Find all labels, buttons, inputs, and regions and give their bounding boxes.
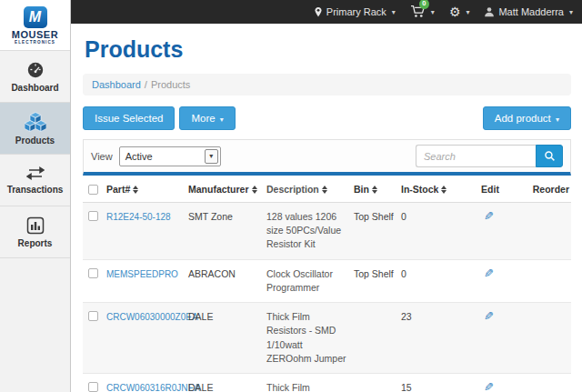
part-number-link[interactable]: CRCW060316R0JNEA bbox=[106, 383, 200, 392]
search-group bbox=[416, 145, 563, 167]
column-header-label: Manufacturer bbox=[188, 184, 249, 195]
dashboard-gauge-icon bbox=[26, 61, 45, 79]
chevron-down-icon: ▾ bbox=[569, 8, 573, 16]
filter-bar: View Active ▾ bbox=[83, 139, 571, 176]
column-header-label: Part# bbox=[106, 184, 130, 195]
column-header-label: In-Stock bbox=[401, 184, 438, 195]
cart-menu[interactable]: 0 ▾ bbox=[410, 5, 435, 20]
gear-icon: ⚙ bbox=[449, 5, 461, 18]
description-cell: 128 values 1206 size 50PCs/Value Resisto… bbox=[266, 203, 354, 259]
column-header-edit: Edit bbox=[454, 184, 527, 195]
row-checkbox[interactable] bbox=[88, 268, 98, 278]
description-cell: Clock Oscillator Programmer bbox=[266, 260, 354, 302]
page-title: Products bbox=[85, 36, 571, 63]
sidebar-item-label: Reports bbox=[18, 238, 53, 248]
mouser-logo-title: MOUSER bbox=[12, 30, 58, 40]
view-select[interactable]: Active ▾ bbox=[119, 146, 221, 166]
breadcrumb-dashboard-link[interactable]: Dashboard bbox=[92, 79, 141, 90]
chevron-down-icon: ▾ bbox=[431, 8, 435, 16]
view-select-value: Active bbox=[125, 151, 153, 162]
reorder-cell bbox=[527, 303, 571, 373]
chevron-down-icon: ▾ bbox=[220, 116, 224, 124]
location-selector[interactable]: Primary Rack ▾ bbox=[314, 6, 396, 18]
sidebar-item-dashboard[interactable]: Dashboard bbox=[0, 51, 70, 103]
column-header-instock[interactable]: In-Stock bbox=[401, 184, 454, 195]
reorder-cell bbox=[527, 203, 571, 259]
manufacturer-cell: DALE bbox=[188, 303, 266, 373]
transfer-arrows-icon bbox=[26, 166, 45, 181]
select-all-checkbox[interactable] bbox=[88, 185, 98, 195]
view-label: View bbox=[91, 151, 113, 162]
row-checkbox[interactable] bbox=[88, 211, 98, 221]
part-number-link[interactable]: CRCW06030000Z0EA bbox=[106, 312, 198, 322]
sidebar-item-label: Products bbox=[15, 136, 55, 146]
search-button[interactable] bbox=[536, 145, 563, 167]
sidebar-item-products[interactable]: Products bbox=[0, 103, 70, 155]
row-checkbox[interactable] bbox=[88, 311, 98, 321]
user-icon bbox=[484, 6, 495, 17]
table-row: CRCW060316R0JNEA DALE Thick Film Resisto… bbox=[83, 374, 571, 392]
description-cell: Thick Film Resistors - SMD 1/10watt 16oh… bbox=[266, 374, 354, 392]
chevron-down-icon: ▾ bbox=[556, 116, 559, 124]
bar-chart-icon bbox=[26, 216, 45, 235]
column-header-reorder: Reorder bbox=[527, 184, 571, 195]
in-stock-cell: 23 bbox=[401, 303, 454, 373]
column-header-part[interactable]: Part# bbox=[106, 184, 188, 195]
search-input[interactable] bbox=[416, 145, 536, 167]
manufacturer-cell: DALE bbox=[188, 374, 266, 392]
settings-menu[interactable]: ⚙ ▾ bbox=[449, 5, 470, 18]
breadcrumb-current: Products bbox=[151, 79, 190, 90]
column-header-bin[interactable]: Bin bbox=[354, 184, 401, 195]
bin-cell bbox=[354, 303, 401, 373]
bin-cell: Top Shelf bbox=[354, 203, 401, 259]
issue-selected-label: Issue Selected bbox=[95, 113, 163, 124]
mouser-logo-mark: M bbox=[24, 6, 47, 28]
row-checkbox[interactable] bbox=[88, 382, 98, 392]
table-row: R12E24-50-128 SMT Zone 128 values 1206 s… bbox=[83, 203, 571, 260]
column-header-description[interactable]: Description bbox=[266, 184, 354, 195]
chevron-down-icon: ▾ bbox=[392, 8, 396, 16]
user-menu[interactable]: Matt Madderra ▾ bbox=[484, 6, 573, 17]
table-header-row: Part# Manufacturer Description Bin In-St… bbox=[83, 176, 571, 203]
main-content: Products Dashboard/Products Issue Select… bbox=[72, 24, 582, 392]
sidebar: M MOUSER ELECTRONICS Dashboard bbox=[0, 0, 71, 392]
app-window: Primary Rack ▾ 0 ▾ ⚙ ▾ Matt Madderr bbox=[0, 0, 582, 392]
add-product-button[interactable]: Add product ▾ bbox=[483, 106, 571, 130]
add-product-label: Add product bbox=[495, 113, 551, 124]
user-name: Matt Madderra bbox=[498, 6, 564, 17]
manufacturer-cell: ABRACON bbox=[188, 260, 266, 302]
edit-pencil-icon[interactable]: ✎ bbox=[484, 267, 494, 279]
column-header-label: Description bbox=[266, 184, 319, 195]
part-number-link[interactable]: R12E24-50-128 bbox=[106, 212, 171, 222]
in-stock-cell: 15 bbox=[401, 374, 454, 392]
sort-arrows-icon bbox=[133, 186, 138, 194]
sidebar-item-transactions[interactable]: Transactions bbox=[0, 155, 70, 206]
search-icon bbox=[544, 150, 556, 162]
part-number-link[interactable]: MEMSPEEDPRO bbox=[106, 269, 178, 279]
table-body: R12E24-50-128 SMT Zone 128 values 1206 s… bbox=[83, 203, 571, 392]
in-stock-cell: 0 bbox=[401, 203, 454, 259]
mouser-logo: M MOUSER ELECTRONICS bbox=[0, 0, 70, 51]
breadcrumb-separator: / bbox=[145, 79, 147, 90]
edit-pencil-icon[interactable]: ✎ bbox=[484, 210, 494, 222]
sort-arrows-icon bbox=[441, 186, 447, 194]
description-cell: Thick Film Resistors - SMD 1/10watt ZERO… bbox=[266, 303, 354, 373]
column-header-label: Edit bbox=[481, 184, 499, 195]
breadcrumb: Dashboard/Products bbox=[83, 74, 571, 95]
more-button[interactable]: More ▾ bbox=[179, 106, 235, 130]
chevron-down-icon: ▾ bbox=[466, 8, 469, 16]
edit-pencil-icon[interactable]: ✎ bbox=[484, 310, 494, 322]
column-header-label: Bin bbox=[354, 184, 369, 195]
edit-pencil-icon[interactable]: ✎ bbox=[484, 381, 494, 392]
issue-selected-button[interactable]: Issue Selected bbox=[83, 106, 175, 130]
manufacturer-cell: SMT Zone bbox=[188, 203, 266, 259]
sort-arrows-icon bbox=[252, 186, 257, 194]
column-header-manufacturer[interactable]: Manufacturer bbox=[188, 184, 266, 195]
sidebar-item-reports[interactable]: Reports bbox=[0, 206, 70, 258]
sidebar-item-label: Dashboard bbox=[11, 83, 58, 93]
topbar: Primary Rack ▾ 0 ▾ ⚙ ▾ Matt Madderr bbox=[71, 0, 582, 24]
column-header-label: Reorder bbox=[533, 184, 569, 195]
sidebar-item-label: Transactions bbox=[7, 185, 64, 195]
reorder-cell bbox=[527, 260, 571, 302]
mouser-logo-subtitle: ELECTRONICS bbox=[15, 40, 55, 45]
